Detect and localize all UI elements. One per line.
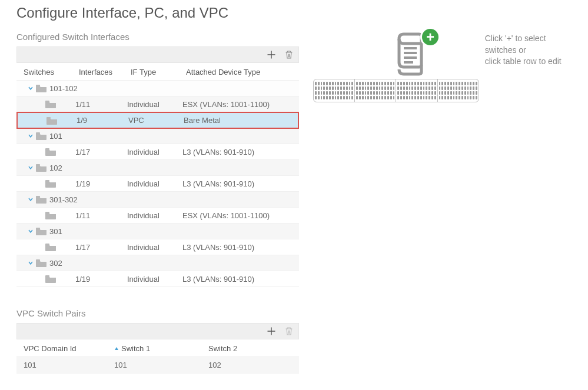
add-interface-button[interactable]	[267, 50, 276, 59]
port-icon	[373, 86, 375, 90]
port-icon	[426, 86, 427, 90]
switch-group-row[interactable]: 301-302	[16, 192, 299, 208]
vpc-rows: 101101102	[16, 357, 299, 374]
port-icon	[473, 96, 474, 99]
port-icon	[337, 82, 339, 85]
port-icon	[393, 91, 395, 95]
port-icon	[426, 91, 427, 95]
expand-chevron-icon[interactable]	[27, 165, 34, 171]
delete-vpc-pair-button[interactable]	[284, 326, 294, 336]
port-icon	[461, 91, 463, 95]
port-icon	[459, 82, 460, 85]
port-icon	[356, 82, 358, 85]
port-icon	[318, 91, 320, 95]
cell-iftype: VPC	[128, 116, 184, 125]
port-icon	[434, 86, 436, 90]
interface-row[interactable]: 1/17IndividualL3 (VLANs: 901-910)	[16, 144, 299, 160]
port-icon	[441, 96, 443, 99]
switch-group-row[interactable]: 301	[16, 224, 299, 239]
port-icon	[439, 82, 441, 85]
port-icon	[315, 96, 317, 99]
folder-icon	[35, 132, 47, 140]
expand-chevron-icon[interactable]	[27, 228, 34, 234]
interface-row[interactable]: 1/19IndividualL3 (VLANs: 901-910)	[16, 271, 299, 287]
port-icon	[423, 91, 425, 95]
port-icon	[323, 96, 325, 99]
folder-icon	[35, 84, 47, 92]
header-switch-1-label: Switch 1	[121, 344, 150, 353]
switch-group-row[interactable]: 101-102	[16, 81, 299, 96]
port-icon	[351, 96, 353, 99]
cell-interface: 1/17	[75, 148, 127, 156]
interface-row[interactable]: 1/11IndividualESX (VLANs: 1001-1100)	[16, 208, 299, 224]
port-icon	[414, 82, 416, 85]
svg-rect-4	[45, 148, 49, 150]
port-icon	[323, 91, 325, 95]
port-icon	[367, 86, 369, 90]
port-icon	[406, 91, 408, 95]
switch-group-row[interactable]: 102	[16, 160, 299, 176]
port-icon	[315, 82, 317, 85]
port-icon	[343, 86, 345, 90]
vpc-pair-row[interactable]: 101101102	[16, 357, 299, 374]
port-icon	[426, 82, 427, 85]
port-icon	[459, 91, 460, 95]
port-icon	[423, 82, 425, 85]
port-icon	[434, 91, 436, 95]
port-icon	[376, 91, 378, 95]
svg-rect-8	[45, 212, 49, 214]
port-icon	[346, 91, 348, 95]
port-icon	[356, 96, 358, 99]
port-icon	[473, 86, 474, 90]
delete-interface-button[interactable]	[284, 50, 294, 59]
folder-icon	[45, 100, 57, 108]
port-icon	[459, 96, 460, 99]
port-icon	[470, 96, 471, 99]
switch-group-label: 101	[48, 132, 62, 141]
port-icon	[346, 82, 348, 85]
cell-switch-2: 102	[208, 361, 295, 369]
port-icon	[343, 82, 345, 85]
header-switch-1[interactable]: Switch 1	[114, 344, 208, 353]
port-icon	[453, 96, 455, 99]
interface-row[interactable]: 1/17IndividualL3 (VLANs: 901-910)	[16, 239, 299, 255]
port-icon	[329, 91, 331, 95]
port-icon	[373, 91, 375, 95]
port-icon	[464, 82, 466, 85]
port-icon	[409, 86, 411, 90]
cell-vpc-domain: 101	[20, 361, 114, 369]
port-icon	[467, 91, 469, 95]
port-icon	[337, 96, 339, 99]
port-icon	[476, 82, 477, 85]
port-icon	[365, 82, 367, 85]
port-icon	[346, 86, 348, 90]
help-text: Click '+' to select switches or click ta…	[485, 33, 572, 68]
cell-iftype: Individual	[127, 179, 182, 188]
switch-group-row[interactable]: 302	[16, 255, 299, 271]
interface-row[interactable]: 1/9VPCBare Metal	[16, 112, 299, 129]
switch-group-row[interactable]: 101	[16, 128, 299, 144]
port-icon	[351, 82, 353, 85]
port-icon	[403, 82, 405, 85]
port-icon	[411, 86, 413, 90]
port-icon	[461, 96, 463, 99]
expand-chevron-icon[interactable]	[27, 133, 34, 139]
switch-group-label: 301	[48, 227, 62, 236]
add-vpc-pair-button[interactable]	[267, 326, 276, 336]
folder-icon	[35, 227, 47, 235]
port-icon	[318, 96, 320, 99]
header-vpc-domain[interactable]: VPC Domain Id	[20, 344, 114, 353]
expand-chevron-icon[interactable]	[27, 260, 34, 266]
port-icon	[411, 91, 413, 95]
port-icon	[340, 82, 342, 85]
interface-row[interactable]: 1/11IndividualESX (VLANs: 1001-1100)	[16, 96, 299, 112]
interface-row[interactable]: 1/19IndividualL3 (VLANs: 901-910)	[16, 176, 299, 192]
expand-chevron-icon[interactable]	[27, 196, 34, 202]
port-icon	[379, 91, 381, 95]
expand-chevron-icon[interactable]	[27, 85, 34, 91]
header-switch-2[interactable]: Switch 2	[208, 344, 295, 353]
topology-graphic: +	[313, 33, 479, 102]
cell-iftype: Individual	[127, 100, 182, 109]
port-icon	[362, 96, 364, 99]
svg-marker-13	[115, 347, 118, 350]
